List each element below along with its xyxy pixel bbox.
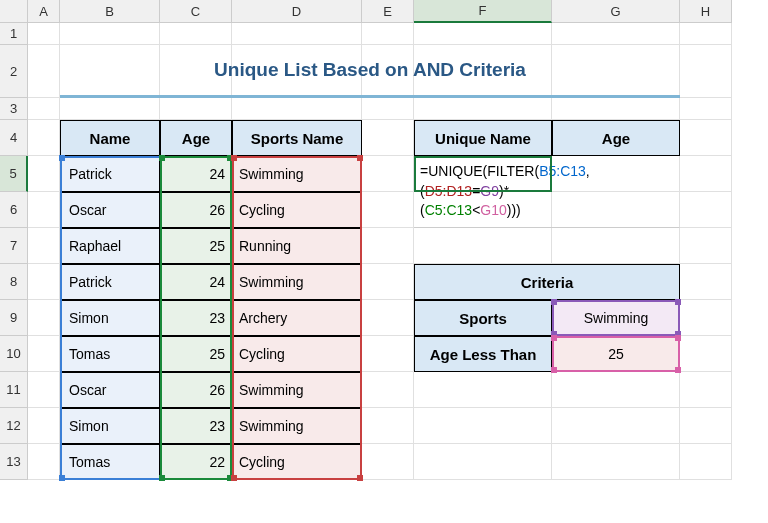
table-cell-sport[interactable]: Cycling <box>232 336 362 372</box>
blank-cell[interactable] <box>60 23 160 45</box>
blank-cell[interactable] <box>680 23 732 45</box>
row-header-4[interactable]: 4 <box>0 120 28 156</box>
blank-cell[interactable] <box>414 408 552 444</box>
table-cell-age[interactable]: 24 <box>160 264 232 300</box>
col-header-C[interactable]: C <box>160 0 232 23</box>
table-cell-name[interactable]: Patrick <box>60 156 160 192</box>
blank-cell[interactable] <box>680 156 732 192</box>
blank-cell[interactable] <box>28 444 60 480</box>
table-cell-sport[interactable]: Running <box>232 228 362 264</box>
blank-cell[interactable] <box>28 192 60 228</box>
blank-cell[interactable] <box>552 23 680 45</box>
col-header-G[interactable]: G <box>552 0 680 23</box>
table-cell-sport[interactable]: Archery <box>232 300 362 336</box>
blank-cell[interactable] <box>160 23 232 45</box>
table-cell-name[interactable]: Simon <box>60 408 160 444</box>
table-cell-name[interactable]: Oscar <box>60 192 160 228</box>
blank-cell[interactable] <box>552 408 680 444</box>
blank-cell[interactable] <box>362 300 414 336</box>
blank-cell[interactable] <box>28 156 60 192</box>
blank-cell[interactable] <box>28 408 60 444</box>
table-cell-sport[interactable]: Swimming <box>232 372 362 408</box>
table-cell-name[interactable]: Tomas <box>60 336 160 372</box>
blank-cell[interactable] <box>362 156 414 192</box>
blank-cell[interactable] <box>680 444 732 480</box>
blank-cell[interactable] <box>28 98 60 120</box>
criteria-sports-value[interactable]: Swimming <box>552 300 680 336</box>
blank-cell[interactable] <box>28 372 60 408</box>
blank-cell[interactable] <box>680 98 732 120</box>
table-cell-age[interactable]: 23 <box>160 408 232 444</box>
blank-cell[interactable] <box>28 23 60 45</box>
blank-cell[interactable] <box>552 444 680 480</box>
table-cell-name[interactable]: Tomas <box>60 444 160 480</box>
blank-cell[interactable] <box>362 228 414 264</box>
col-header-F[interactable]: F <box>414 0 552 23</box>
criteria-age-value[interactable]: 25 <box>552 336 680 372</box>
select-all-corner[interactable] <box>0 0 28 23</box>
blank-cell[interactable] <box>414 23 552 45</box>
row-header-10[interactable]: 10 <box>0 336 28 372</box>
table-cell-name[interactable]: Simon <box>60 300 160 336</box>
blank-cell[interactable] <box>160 98 232 120</box>
row-header-6[interactable]: 6 <box>0 192 28 228</box>
row-header-8[interactable]: 8 <box>0 264 28 300</box>
row-header-5[interactable]: 5 <box>0 156 28 192</box>
table-cell-sport[interactable]: Swimming <box>232 156 362 192</box>
row-header-11[interactable]: 11 <box>0 372 28 408</box>
blank-cell[interactable] <box>362 23 414 45</box>
blank-cell[interactable] <box>362 192 414 228</box>
blank-cell[interactable] <box>60 98 160 120</box>
blank-cell[interactable] <box>362 120 414 156</box>
table-cell-age[interactable]: 25 <box>160 228 232 264</box>
blank-cell[interactable] <box>232 98 362 120</box>
blank-cell[interactable] <box>680 228 732 264</box>
row-header-3[interactable]: 3 <box>0 98 28 120</box>
row-header-13[interactable]: 13 <box>0 444 28 480</box>
blank-cell[interactable] <box>28 336 60 372</box>
blank-cell[interactable] <box>414 444 552 480</box>
blank-cell[interactable] <box>362 408 414 444</box>
table-cell-name[interactable]: Oscar <box>60 372 160 408</box>
table-cell-sport[interactable]: Cycling <box>232 192 362 228</box>
blank-cell[interactable] <box>28 264 60 300</box>
blank-cell[interactable] <box>552 228 680 264</box>
blank-cell[interactable] <box>414 372 552 408</box>
blank-cell[interactable] <box>232 23 362 45</box>
table-cell-sport[interactable]: Cycling <box>232 444 362 480</box>
col-header-D[interactable]: D <box>232 0 362 23</box>
blank-cell[interactable] <box>414 98 552 120</box>
blank-cell[interactable] <box>362 444 414 480</box>
row-header-9[interactable]: 9 <box>0 300 28 336</box>
col-header-E[interactable]: E <box>362 0 414 23</box>
blank-cell[interactable] <box>680 336 732 372</box>
blank-cell[interactable] <box>414 228 552 264</box>
row-header-7[interactable]: 7 <box>0 228 28 264</box>
blank-cell[interactable] <box>28 120 60 156</box>
formula-cell[interactable]: =UNIQUE(FILTER(B5:C13,(D5:D13=G9)*(C5:C1… <box>414 156 680 228</box>
blank-cell[interactable] <box>28 45 60 98</box>
blank-cell[interactable] <box>680 120 732 156</box>
row-header-2[interactable]: 2 <box>0 45 28 98</box>
table-cell-age[interactable]: 23 <box>160 300 232 336</box>
blank-cell[interactable] <box>680 300 732 336</box>
blank-cell[interactable] <box>362 264 414 300</box>
blank-cell[interactable] <box>362 98 414 120</box>
table-cell-age[interactable]: 25 <box>160 336 232 372</box>
col-header-B[interactable]: B <box>60 0 160 23</box>
row-header-1[interactable]: 1 <box>0 23 28 45</box>
table-cell-age[interactable]: 26 <box>160 372 232 408</box>
blank-cell[interactable] <box>362 372 414 408</box>
table-cell-sport[interactable]: Swimming <box>232 264 362 300</box>
table-cell-age[interactable]: 22 <box>160 444 232 480</box>
blank-cell[interactable] <box>680 192 732 228</box>
table-cell-age[interactable]: 26 <box>160 192 232 228</box>
blank-cell[interactable] <box>680 372 732 408</box>
blank-cell[interactable] <box>680 264 732 300</box>
blank-cell[interactable] <box>552 98 680 120</box>
row-header-12[interactable]: 12 <box>0 408 28 444</box>
table-cell-name[interactable]: Raphael <box>60 228 160 264</box>
blank-cell[interactable] <box>28 300 60 336</box>
blank-cell[interactable] <box>362 336 414 372</box>
table-cell-sport[interactable]: Swimming <box>232 408 362 444</box>
